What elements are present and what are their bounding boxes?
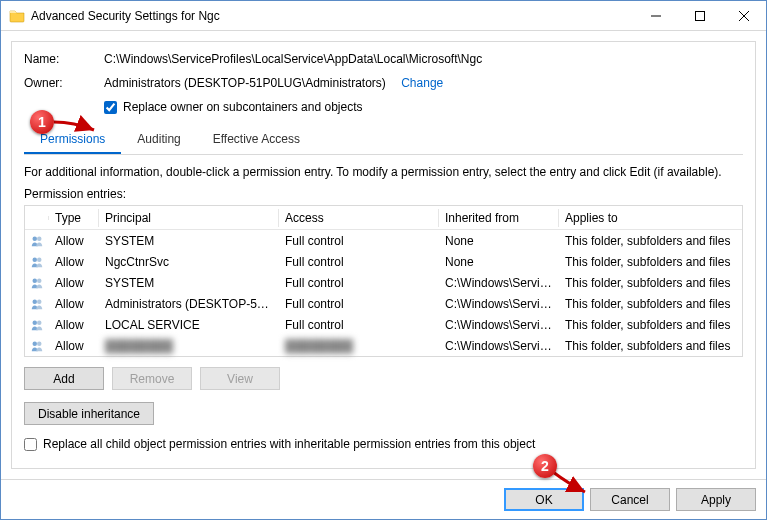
svg-point-11: [33, 341, 38, 346]
table-row[interactable]: AllowLOCAL SERVICEFull controlC:\Windows…: [25, 314, 742, 335]
cell-principal: LOCAL SERVICE: [99, 316, 279, 334]
cell-applies: This folder, subfolders and files: [559, 274, 742, 292]
replace-owner-checkbox[interactable]: [104, 101, 117, 114]
col-inherited[interactable]: Inherited from: [439, 209, 559, 227]
cell-access: Full control: [279, 316, 439, 334]
cell-inherited: C:\Windows\ServicePr...: [439, 295, 559, 313]
svg-point-2: [37, 236, 42, 241]
cell-type: Allow: [49, 232, 99, 250]
table-row[interactable]: AllowSYSTEMFull controlNoneThis folder, …: [25, 230, 742, 251]
cell-access: ████████: [279, 337, 439, 355]
owner-value-text: Administrators (DESKTOP-51P0LUG\Administ…: [104, 76, 386, 90]
cell-inherited: None: [439, 232, 559, 250]
cell-inherited: C:\Windows\ServicePr...: [439, 337, 559, 355]
cell-access: Full control: [279, 253, 439, 271]
annotation-arrow-2-icon: [551, 470, 591, 500]
annotation-badge-2: 2: [533, 454, 557, 478]
table-row[interactable]: AllowSYSTEMFull controlC:\Windows\Servic…: [25, 272, 742, 293]
replace-all-checkbox[interactable]: [24, 438, 37, 451]
cell-inherited: C:\Windows\ServicePr...: [439, 274, 559, 292]
cell-type: Allow: [49, 253, 99, 271]
name-row: Name: C:\Windows\ServiceProfiles\LocalSe…: [24, 52, 743, 66]
tab-auditing[interactable]: Auditing: [121, 126, 196, 154]
name-value: C:\Windows\ServiceProfiles\LocalService\…: [104, 52, 743, 66]
table-body: AllowSYSTEMFull controlNoneThis folder, …: [25, 230, 742, 356]
disable-inheritance-button[interactable]: Disable inheritance: [24, 402, 154, 425]
main-panel: Name: C:\Windows\ServiceProfiles\LocalSe…: [11, 41, 756, 469]
svg-point-12: [37, 341, 42, 346]
folder-icon: [9, 8, 25, 24]
user-group-icon: [25, 336, 49, 356]
window-title: Advanced Security Settings for Ngc: [31, 9, 634, 23]
replace-owner-checkbox-row[interactable]: Replace owner on subcontainers and objec…: [104, 100, 743, 114]
svg-point-6: [37, 278, 42, 283]
close-button[interactable]: [722, 1, 766, 30]
owner-value: Administrators (DESKTOP-51P0LUG\Administ…: [104, 76, 743, 90]
permissions-table: Type Principal Access Inherited from App…: [24, 205, 743, 357]
cell-applies: This folder, subfolders and files: [559, 253, 742, 271]
user-group-icon: [25, 231, 49, 251]
replace-owner-label: Replace owner on subcontainers and objec…: [123, 100, 362, 114]
svg-point-1: [33, 236, 38, 241]
view-button: View: [200, 367, 280, 390]
maximize-button[interactable]: [678, 1, 722, 30]
entries-label: Permission entries:: [24, 187, 743, 201]
col-principal[interactable]: Principal: [99, 209, 279, 227]
col-type[interactable]: Type: [49, 209, 99, 227]
table-row[interactable]: Allow████████████████C:\Windows\ServiceP…: [25, 335, 742, 356]
cell-applies: This folder, subfolders and files: [559, 337, 742, 355]
cell-type: Allow: [49, 316, 99, 334]
cell-principal: SYSTEM: [99, 274, 279, 292]
dialog-footer: OK Cancel Apply: [1, 479, 766, 519]
svg-point-9: [33, 320, 38, 325]
col-applies[interactable]: Applies to: [559, 209, 742, 227]
annotation-arrow-icon: [54, 112, 104, 136]
minimize-button[interactable]: [634, 1, 678, 30]
tab-effective-access[interactable]: Effective Access: [197, 126, 316, 154]
cell-principal: Administrators (DESKTOP-51P...: [99, 295, 279, 313]
svg-rect-0: [696, 11, 705, 20]
change-owner-link[interactable]: Change: [401, 76, 443, 90]
cell-type: Allow: [49, 295, 99, 313]
svg-point-4: [37, 257, 42, 262]
apply-button[interactable]: Apply: [676, 488, 756, 511]
replace-all-checkbox-row[interactable]: Replace all child object permission entr…: [24, 437, 743, 451]
svg-point-3: [33, 257, 38, 262]
cell-principal: NgcCtnrSvc: [99, 253, 279, 271]
col-access[interactable]: Access: [279, 209, 439, 227]
cell-applies: This folder, subfolders and files: [559, 295, 742, 313]
hint-text: For additional information, double-click…: [24, 165, 743, 179]
titlebar: Advanced Security Settings for Ngc: [1, 1, 766, 31]
cell-principal: SYSTEM: [99, 232, 279, 250]
svg-point-7: [33, 299, 38, 304]
cell-applies: This folder, subfolders and files: [559, 316, 742, 334]
svg-point-5: [33, 278, 38, 283]
cell-access: Full control: [279, 232, 439, 250]
table-row[interactable]: AllowNgcCtnrSvcFull controlNoneThis fold…: [25, 251, 742, 272]
user-group-icon: [25, 252, 49, 272]
remove-button: Remove: [112, 367, 192, 390]
add-button[interactable]: Add: [24, 367, 104, 390]
table-row[interactable]: AllowAdministrators (DESKTOP-51P...Full …: [25, 293, 742, 314]
tab-bar: Permissions Auditing Effective Access: [24, 126, 743, 155]
svg-point-10: [37, 320, 42, 325]
user-group-icon: [25, 294, 49, 314]
user-group-icon: [25, 273, 49, 293]
cell-inherited: None: [439, 253, 559, 271]
replace-all-label: Replace all child object permission entr…: [43, 437, 535, 451]
cell-type: Allow: [49, 337, 99, 355]
user-group-icon: [25, 315, 49, 335]
cell-inherited: C:\Windows\ServicePr...: [439, 316, 559, 334]
security-settings-window: Advanced Security Settings for Ngc Name:…: [0, 0, 767, 520]
cell-applies: This folder, subfolders and files: [559, 232, 742, 250]
cell-type: Allow: [49, 274, 99, 292]
svg-point-8: [37, 299, 42, 304]
annotation-badge-1: 1: [30, 110, 54, 134]
cell-access: Full control: [279, 274, 439, 292]
table-header: Type Principal Access Inherited from App…: [25, 206, 742, 230]
cell-principal: ████████: [99, 337, 279, 355]
cell-access: Full control: [279, 295, 439, 313]
owner-label: Owner:: [24, 76, 104, 90]
owner-row: Owner: Administrators (DESKTOP-51P0LUG\A…: [24, 76, 743, 90]
cancel-button[interactable]: Cancel: [590, 488, 670, 511]
